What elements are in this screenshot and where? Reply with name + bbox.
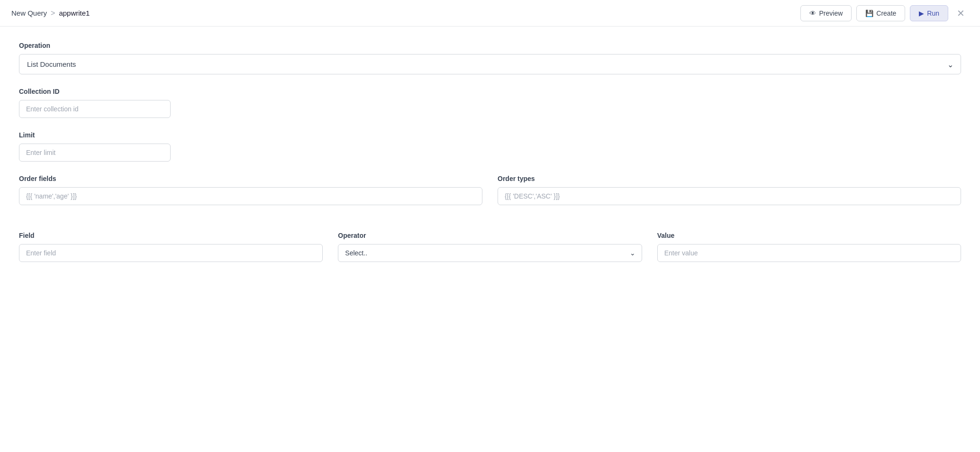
close-icon: ✕	[957, 8, 965, 18]
operation-select[interactable]: List Documents Get Document Create Docum…	[19, 54, 961, 74]
field-section: Field	[19, 232, 323, 262]
operator-select[interactable]: Select.. equal notEqual lessThan greater…	[338, 244, 642, 262]
filter-row: Field Operator Select.. equal notEqual l…	[19, 232, 961, 275]
order-row: Order fields Order types	[19, 175, 961, 218]
field-input[interactable]	[19, 244, 323, 262]
order-fields-input[interactable]	[19, 187, 482, 205]
limit-label: Limit	[19, 131, 961, 139]
breadcrumb-current: appwrite1	[59, 9, 90, 17]
preview-button[interactable]: 👁 Preview	[800, 5, 852, 21]
preview-icon: 👁	[809, 9, 816, 17]
preview-label: Preview	[819, 9, 843, 17]
order-types-section: Order types	[498, 175, 961, 205]
operator-dropdown-wrapper: Select.. equal notEqual lessThan greater…	[338, 244, 642, 262]
order-fields-label: Order fields	[19, 175, 482, 182]
value-label: Value	[657, 232, 961, 239]
run-icon: ▶	[919, 9, 924, 17]
order-types-input[interactable]	[498, 187, 961, 205]
main-content: Operation List Documents Get Document Cr…	[0, 27, 980, 304]
value-input[interactable]	[657, 244, 961, 262]
close-button[interactable]: ✕	[953, 6, 969, 21]
breadcrumb-root[interactable]: New Query	[11, 9, 47, 17]
operator-label: Operator	[338, 232, 642, 239]
collection-id-label: Collection ID	[19, 88, 961, 95]
run-button[interactable]: ▶ Run	[910, 5, 948, 21]
breadcrumb: New Query > appwrite1	[11, 9, 90, 18]
breadcrumb-separator: >	[51, 9, 55, 18]
operation-label: Operation	[19, 42, 961, 49]
create-button[interactable]: 💾 Create	[856, 5, 905, 21]
header-actions: 👁 Preview 💾 Create ▶ Run ✕	[800, 5, 969, 21]
value-section: Value	[657, 232, 961, 262]
order-fields-section: Order fields	[19, 175, 482, 205]
order-types-label: Order types	[498, 175, 961, 182]
collection-id-section: Collection ID	[19, 88, 961, 118]
collection-id-input[interactable]	[19, 100, 171, 118]
operation-section: Operation List Documents Get Document Cr…	[19, 42, 961, 74]
operation-dropdown-wrapper: List Documents Get Document Create Docum…	[19, 54, 961, 74]
limit-section: Limit	[19, 131, 961, 162]
operator-section: Operator Select.. equal notEqual lessTha…	[338, 232, 642, 262]
create-icon: 💾	[865, 9, 873, 17]
field-label: Field	[19, 232, 323, 239]
header: New Query > appwrite1 👁 Preview 💾 Create…	[0, 0, 980, 27]
run-label: Run	[927, 9, 939, 17]
create-label: Create	[876, 9, 896, 17]
limit-input[interactable]	[19, 144, 171, 162]
